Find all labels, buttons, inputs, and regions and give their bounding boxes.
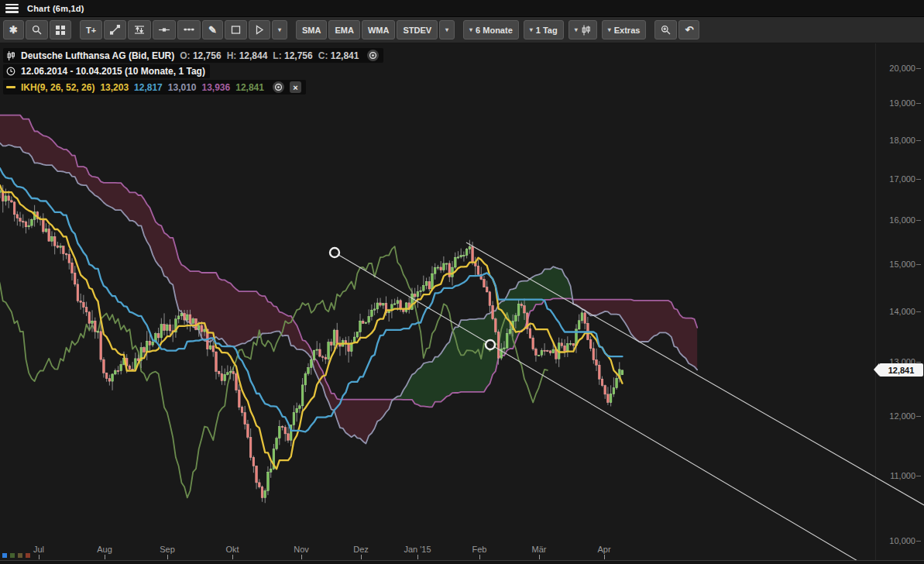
- candle-up: [97, 332, 99, 332]
- chevron-down-icon: ▾: [608, 27, 611, 33]
- text-tool-button[interactable]: T+: [80, 20, 102, 40]
- search-button[interactable]: [26, 20, 48, 40]
- candle-up: [60, 246, 62, 248]
- candle-down: [477, 266, 479, 274]
- candle-up: [307, 368, 310, 374]
- candle-down: [348, 344, 350, 352]
- candle-down: [593, 349, 595, 360]
- candle-up: [0, 191, 1, 192]
- tenkan-value: 13,203: [100, 82, 129, 93]
- ema-button[interactable]: EMA: [328, 20, 359, 40]
- indicator-remove-button[interactable]: ×: [290, 81, 301, 93]
- y-axis-label: 12,000: [889, 411, 915, 421]
- candle-down: [8, 196, 10, 201]
- candle-down: [489, 292, 491, 306]
- candle-down: [103, 359, 105, 373]
- chevron-down-icon: ▾: [469, 27, 472, 33]
- candle-down: [169, 325, 171, 331]
- instrument-legend-row: Deutsche Lufthansa AG (Bid, EUR) O: 12,7…: [3, 48, 383, 63]
- indicator-legend-row: IKH(9, 26, 52, 26) 13,203 12,817 13,010 …: [3, 80, 306, 95]
- candle-down: [232, 372, 235, 374]
- candle-down: [321, 356, 324, 357]
- x-axis-tick: [479, 555, 480, 559]
- y-axis-label: 18,000: [889, 136, 915, 145]
- y-axis-tick: [916, 476, 921, 476]
- candle-down: [189, 315, 191, 323]
- chevron-down-icon: ▾: [530, 27, 533, 33]
- menu-icon[interactable]: [5, 4, 19, 13]
- candle-up: [455, 257, 457, 267]
- marker-tool-button[interactable]: [249, 20, 270, 40]
- candle-down: [184, 314, 186, 321]
- candle-down: [13, 202, 15, 215]
- close-icon: ×: [293, 83, 297, 92]
- price-chart[interactable]: [0, 43, 924, 564]
- candle-down: [547, 350, 549, 351]
- indicator-visibility-button[interactable]: [273, 81, 284, 93]
- candle-up: [293, 413, 295, 425]
- interval-dropdown[interactable]: ▾ 1 Tag: [524, 20, 564, 40]
- candle-up: [304, 373, 307, 385]
- candle-up: [229, 372, 232, 373]
- pencil-tool-button[interactable]: ✎: [202, 20, 223, 40]
- candle-down: [65, 254, 67, 255]
- indicator-name: IKH(9, 26, 52, 26): [21, 82, 94, 93]
- eye-icon: [369, 51, 377, 60]
- candle-down: [325, 357, 327, 359]
- indicators-dropdown[interactable]: ▾: [439, 20, 455, 40]
- candle-down: [100, 332, 102, 359]
- candle-up: [359, 321, 362, 332]
- undo-button[interactable]: ↶: [678, 20, 699, 40]
- sma-button[interactable]: SMA: [296, 20, 327, 40]
- extras-dropdown[interactable]: ▾ Extras: [602, 20, 647, 40]
- candle-down: [247, 425, 249, 438]
- candle-down: [22, 222, 25, 222]
- candle-down: [572, 343, 575, 346]
- candle-down: [601, 379, 603, 386]
- candle-up: [296, 408, 298, 412]
- stdev-button[interactable]: STDEV: [397, 20, 438, 40]
- x-axis-tick: [39, 555, 40, 559]
- candle-up: [112, 374, 114, 381]
- rectangle-icon: [231, 25, 241, 35]
- candle-up: [621, 370, 623, 375]
- candle-up: [198, 325, 200, 330]
- candle-up: [616, 378, 618, 387]
- settings-button[interactable]: ✱: [3, 20, 24, 40]
- draw-tools-dropdown[interactable]: ▾: [272, 20, 287, 40]
- candle-down: [520, 304, 523, 305]
- candle-down: [244, 413, 246, 425]
- layout-button[interactable]: [50, 20, 71, 40]
- chart-area: Deutsche Lufthansa AG (Bid, EUR) O: 12,7…: [0, 43, 924, 564]
- zoom-in-icon: [661, 25, 671, 35]
- trendline-tool-button[interactable]: [104, 20, 126, 40]
- instrument-visibility-button[interactable]: [367, 50, 379, 61]
- dotted-line-tool-button[interactable]: [177, 20, 201, 40]
- candle-up: [434, 267, 436, 273]
- range-dropdown[interactable]: ▾ 6 Monate: [463, 20, 519, 40]
- candle-up: [552, 349, 555, 353]
- candle-down: [483, 280, 486, 287]
- chart-type-dropdown[interactable]: ▾: [568, 20, 597, 40]
- candlestick-icon: [6, 50, 15, 61]
- candle-up: [28, 225, 30, 227]
- candle-down: [57, 246, 59, 247]
- wma-button[interactable]: WMA: [362, 20, 396, 40]
- y-axis-label: 20,000: [889, 64, 915, 73]
- candle-up: [279, 427, 281, 438]
- zoom-in-button[interactable]: [654, 20, 677, 40]
- candle-down: [71, 263, 74, 273]
- horizontal-line-tool-button[interactable]: [153, 20, 176, 40]
- candle-up: [397, 301, 399, 304]
- y-axis-tick: [916, 264, 921, 265]
- candle-down: [85, 308, 88, 312]
- y-axis-tick: [916, 362, 921, 363]
- rectangle-tool-button[interactable]: [225, 20, 247, 40]
- candle-down: [105, 373, 108, 378]
- candle-down: [380, 303, 382, 305]
- candle-down: [336, 330, 338, 343]
- candle-down: [492, 305, 494, 318]
- retracement-tool-button[interactable]: [128, 20, 151, 40]
- x-axis-label: Feb: [472, 545, 487, 554]
- y-axis-label: 16,000: [889, 215, 915, 225]
